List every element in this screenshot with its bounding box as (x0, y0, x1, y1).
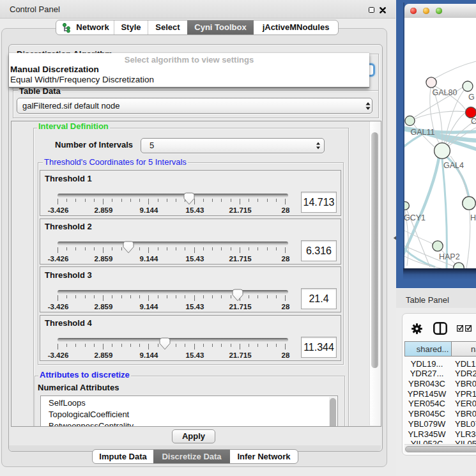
svg-text:GAL4: GAL4 (443, 161, 464, 170)
svg-text:H: H (470, 213, 476, 222)
svg-text:HAP2: HAP2 (439, 252, 460, 261)
svg-text:GAL80: GAL80 (433, 88, 457, 97)
svg-text:GCY1: GCY1 (404, 213, 426, 222)
svg-text:C: C (471, 117, 476, 126)
svg-text:G: G (468, 93, 475, 102)
svg-text:GAL11: GAL11 (411, 128, 435, 137)
